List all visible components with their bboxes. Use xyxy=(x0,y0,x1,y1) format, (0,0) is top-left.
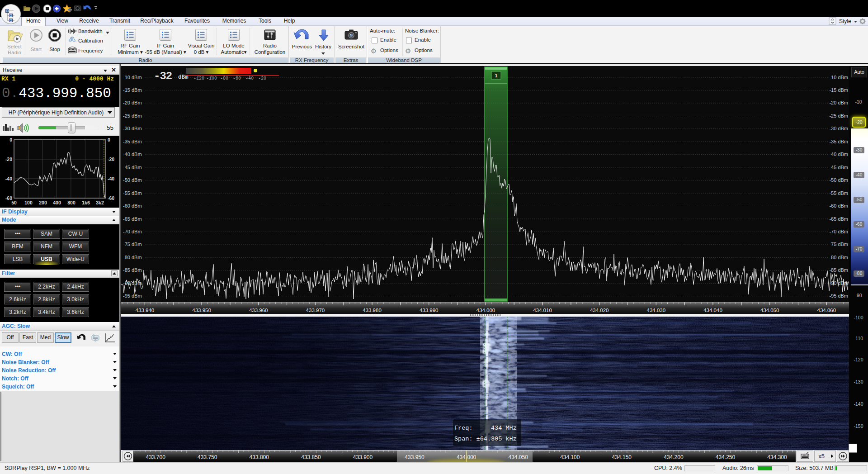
svg-text:-32: -32 xyxy=(154,70,172,82)
svg-text:-80 dBm: -80 dBm xyxy=(829,255,848,260)
svg-text:-50 dBm: -50 dBm xyxy=(123,177,142,183)
svg-text:-45 dBm: -45 dBm xyxy=(829,165,848,170)
svg-text:433.950: 433.950 xyxy=(192,308,211,313)
svg-text:-70 dBm: -70 dBm xyxy=(123,229,142,234)
svg-text:-25 dBm: -25 dBm xyxy=(123,113,142,118)
svg-text:100: 100 xyxy=(24,200,33,205)
svg-text:-85 dBm: -85 dBm xyxy=(123,267,142,273)
svg-text:433.850: 433.850 xyxy=(301,454,321,460)
svg-text:-60: -60 xyxy=(108,195,114,201)
svg-text:1k6: 1k6 xyxy=(82,200,90,205)
svg-text:3k2: 3k2 xyxy=(96,200,104,205)
svg-text:-30 dBm: -30 dBm xyxy=(829,126,848,131)
svg-text:Style: Style xyxy=(839,18,851,24)
svg-text:433.750: 433.750 xyxy=(198,454,217,460)
svg-text:-45 dBm: -45 dBm xyxy=(123,165,142,170)
svg-text:-75 dBm: -75 dBm xyxy=(829,242,848,247)
svg-text:434.050: 434.050 xyxy=(760,308,779,313)
svg-text:434.000: 434.000 xyxy=(476,308,495,313)
svg-text:-75 dBm: -75 dBm xyxy=(123,242,142,247)
svg-text:433.950: 433.950 xyxy=(405,454,425,460)
svg-text:-55 dBm: -55 dBm xyxy=(829,190,848,196)
svg-text:-50 dBm: -50 dBm xyxy=(829,177,848,183)
svg-text:-25 dBm: -25 dBm xyxy=(829,113,848,118)
svg-text:-15 dBm: -15 dBm xyxy=(829,87,848,93)
svg-text:-55 dBm: -55 dBm xyxy=(123,190,142,196)
svg-text:434.020: 434.020 xyxy=(590,308,609,313)
svg-text:800: 800 xyxy=(67,200,75,205)
svg-text:434.150: 434.150 xyxy=(612,454,632,460)
svg-text:-10 dBm: -10 dBm xyxy=(829,75,848,80)
svg-text:433.940: 433.940 xyxy=(136,308,155,313)
svg-text:-20: -20 xyxy=(5,156,12,162)
svg-text:-35 dBm: -35 dBm xyxy=(123,139,142,144)
svg-text:434.060: 434.060 xyxy=(817,308,836,313)
svg-text:433.960: 433.960 xyxy=(249,308,268,313)
svg-text:433.700: 433.700 xyxy=(146,454,166,460)
svg-text:434.200: 434.200 xyxy=(664,454,684,460)
svg-text:0: 0 xyxy=(108,137,110,142)
svg-text:434.050: 434.050 xyxy=(509,454,528,460)
svg-text:434.030: 434.030 xyxy=(647,308,666,313)
svg-text:400: 400 xyxy=(53,200,61,205)
svg-text:434.040: 434.040 xyxy=(703,308,722,313)
svg-text:-95 dBm: -95 dBm xyxy=(829,293,848,299)
svg-text:x5: x5 xyxy=(818,453,825,460)
svg-text:434.100: 434.100 xyxy=(560,454,580,460)
svg-text:433.980: 433.980 xyxy=(363,308,382,313)
svg-text:434.250: 434.250 xyxy=(716,454,736,460)
svg-text:-60 dBm: -60 dBm xyxy=(123,203,142,209)
svg-text:1: 1 xyxy=(495,73,497,78)
svg-text:-30 dBm: -30 dBm xyxy=(123,126,142,131)
svg-text:-80 dBm: -80 dBm xyxy=(123,255,142,260)
svg-text:-40: -40 xyxy=(5,176,12,181)
svg-text:-10 dBm: -10 dBm xyxy=(123,75,142,80)
svg-text:-40: -40 xyxy=(108,176,114,181)
svg-text:-20: -20 xyxy=(108,156,114,162)
svg-text:-15 dBm: -15 dBm xyxy=(123,87,142,93)
svg-text:-35 dBm: -35 dBm xyxy=(829,139,848,144)
svg-text:-65 dBm: -65 dBm xyxy=(123,216,142,222)
svg-text:-5 dBm: -5 dBm xyxy=(832,66,848,67)
svg-text:433.800: 433.800 xyxy=(250,454,269,460)
svg-text:-95 dBm: -95 dBm xyxy=(123,293,142,299)
svg-text:434.010: 434.010 xyxy=(533,308,552,313)
svg-text:433.990: 433.990 xyxy=(420,308,439,313)
svg-text:-40 dBm: -40 dBm xyxy=(829,152,848,157)
svg-text:-40 dBm: -40 dBm xyxy=(123,152,142,157)
svg-text:0: 0 xyxy=(9,137,12,142)
svg-text:-5 dBm: -5 dBm xyxy=(123,66,139,67)
svg-text:433.970: 433.970 xyxy=(306,308,325,313)
svg-text:-60 dBm: -60 dBm xyxy=(829,203,848,209)
svg-text:-20 dBm: -20 dBm xyxy=(829,100,848,105)
svg-text:-85 dBm: -85 dBm xyxy=(829,267,848,273)
svg-text:434.300: 434.300 xyxy=(767,454,787,460)
svg-text:-70 dBm: -70 dBm xyxy=(829,229,848,234)
svg-text:433.900: 433.900 xyxy=(353,454,373,460)
svg-text:-20 dBm: -20 dBm xyxy=(123,100,142,105)
svg-text:200: 200 xyxy=(39,200,47,205)
svg-text:-65 dBm: -65 dBm xyxy=(829,216,848,222)
svg-text:50: 50 xyxy=(11,200,17,205)
